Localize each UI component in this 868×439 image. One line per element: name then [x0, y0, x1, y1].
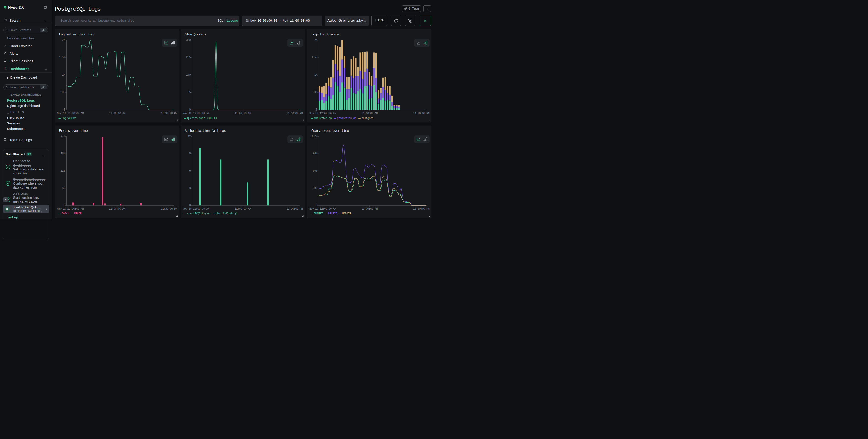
svg-text:11:30:00 PM: 11:30:00 PM: [161, 208, 177, 211]
svg-text:500: 500: [313, 91, 317, 94]
svg-text:Nov 10 12:00:00 AM: Nov 10 12:00:00 AM: [309, 208, 336, 211]
svg-text:Nov 10 12:00:00 AM: Nov 10 12:00:00 AM: [57, 112, 84, 115]
svg-text:Nov 10 12:00:00 AM: Nov 10 12:00:00 AM: [183, 112, 210, 115]
svg-text:UPDATE: UPDATE: [342, 212, 351, 215]
svg-text:11:00:00 AM: 11:00:00 AM: [235, 112, 251, 115]
svg-text:2K: 2K: [314, 38, 317, 42]
svg-text:1K: 1K: [314, 73, 317, 76]
svg-text:SELECT: SELECT: [328, 212, 337, 215]
svg-text:120: 120: [60, 169, 65, 172]
svg-text:3: 3: [189, 186, 191, 190]
svg-text:Queries over 1000 ms: Queries over 1000 ms: [187, 117, 217, 120]
svg-text:Log volume over time: Log volume over time: [59, 33, 95, 36]
svg-text:Nov 10 12:00:00 AM: Nov 10 12:00:00 AM: [57, 208, 84, 211]
svg-text:0: 0: [189, 108, 191, 112]
svg-text:11:00:00 AM: 11:00:00 AM: [109, 112, 125, 115]
svg-text:postgres: postgres: [361, 117, 373, 120]
svg-text:11:30:00 PM: 11:30:00 PM: [413, 112, 429, 115]
svg-text:Query types over time: Query types over time: [311, 129, 349, 133]
svg-text:INSERT: INSERT: [314, 212, 323, 215]
svg-text:FATAL: FATAL: [62, 212, 69, 215]
svg-text:0: 0: [189, 204, 191, 207]
svg-text:1K: 1K: [62, 73, 65, 76]
svg-text:11:30:00 PM: 11:30:00 PM: [286, 208, 303, 211]
svg-text:11:00:00 AM: 11:00:00 AM: [361, 112, 378, 115]
svg-text:Errors over time: Errors over time: [59, 129, 88, 133]
svg-text:85: 85: [188, 91, 191, 94]
svg-text:0: 0: [63, 108, 65, 112]
svg-text:production_db: production_db: [337, 117, 356, 120]
svg-text:60: 60: [62, 186, 65, 190]
svg-text:300: 300: [313, 186, 317, 190]
svg-text:Authentication failures: Authentication failures: [185, 129, 226, 133]
svg-text:1.5K: 1.5K: [311, 56, 317, 59]
svg-text:0: 0: [316, 108, 317, 112]
svg-text:0: 0: [316, 204, 317, 207]
svg-text:1.5K: 1.5K: [59, 56, 65, 59]
svg-text:600: 600: [313, 169, 317, 172]
svg-text:340: 340: [186, 38, 191, 42]
svg-text:11:00:00 AM: 11:00:00 AM: [361, 208, 378, 211]
svg-text:240: 240: [60, 135, 65, 138]
svg-text:2K: 2K: [62, 38, 65, 42]
svg-text:1.2K: 1.2K: [311, 135, 317, 138]
svg-text:9: 9: [189, 152, 191, 155]
svg-text:11:30:00 PM: 11:30:00 PM: [161, 112, 177, 115]
svg-text:11:00:00 AM: 11:00:00 AM: [235, 208, 251, 211]
svg-text:900: 900: [313, 152, 317, 155]
svg-text:11:30:00 PM: 11:30:00 PM: [286, 112, 303, 115]
svg-text:180: 180: [60, 152, 65, 155]
svg-text:500: 500: [60, 91, 65, 94]
svg-text:11:00:00 AM: 11:00:00 AM: [109, 208, 125, 211]
svg-text:11:30:00 PM: 11:30:00 PM: [413, 208, 429, 211]
svg-text:ERROR: ERROR: [74, 212, 82, 215]
svg-text:Nov 10 12:00:00 AM: Nov 10 12:00:00 AM: [309, 112, 336, 115]
svg-text:255: 255: [186, 56, 191, 59]
svg-text:6: 6: [189, 169, 191, 172]
svg-text:analytics_db: analytics_db: [314, 117, 332, 120]
svg-text:Log volume: Log volume: [62, 117, 76, 120]
svg-text:countIf(like(arr..ation failed: countIf(like(arr..ation failed%')): [187, 212, 238, 215]
svg-text:0: 0: [63, 204, 65, 207]
svg-text:Slow Queries: Slow Queries: [185, 33, 206, 36]
svg-text:Logs by database: Logs by database: [311, 33, 340, 36]
svg-text:Nov 10 12:00:00 AM: Nov 10 12:00:00 AM: [183, 208, 210, 211]
svg-text:170: 170: [186, 73, 191, 76]
svg-text:12: 12: [188, 135, 191, 138]
